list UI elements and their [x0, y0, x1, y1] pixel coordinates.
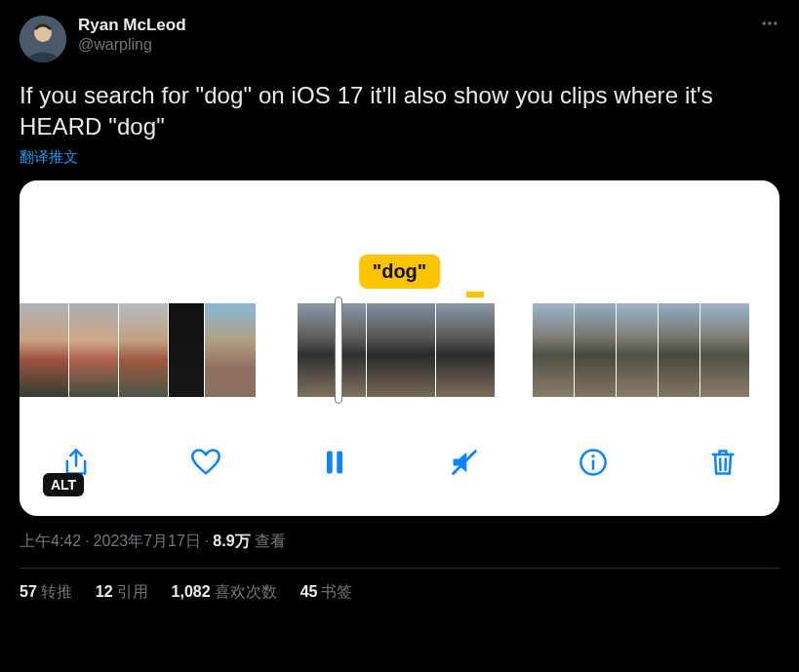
like-button[interactable]	[190, 443, 221, 482]
avatar[interactable]	[20, 16, 66, 62]
mute-button[interactable]	[449, 443, 480, 482]
timeline-gap	[496, 303, 533, 397]
timeline-gap	[257, 303, 298, 397]
media-toolbar	[20, 409, 779, 516]
views-label: 查看	[255, 533, 286, 549]
stats-row: 57转推 12引用 1,082喜欢次数 45书签	[20, 582, 779, 603]
timeline-thumbnail	[436, 303, 495, 397]
timeline-thumbnail	[69, 303, 118, 397]
tweet-text: If you search for "dog" on iOS 17 it'll …	[20, 80, 779, 142]
search-term-pill: "dog"	[359, 255, 441, 289]
timestamp[interactable]: 上午4:42	[20, 533, 81, 549]
timeline-thumbnail	[533, 303, 574, 397]
timeline-thumbnail	[367, 303, 435, 397]
alt-badge[interactable]: ALT	[43, 473, 84, 496]
timeline-thumbnail	[298, 303, 366, 397]
svg-rect-5	[327, 452, 333, 474]
timeline-thumbnail	[659, 303, 699, 397]
media-attachment[interactable]: "dog"	[20, 180, 779, 516]
tweet-header: Ryan McLeod @warpling	[20, 16, 779, 62]
timeline-thumbnail	[205, 303, 256, 397]
svg-point-4	[774, 21, 777, 24]
marker-tick	[466, 292, 484, 297]
views-count[interactable]: 8.9万	[213, 533, 250, 549]
timeline-thumbnail	[169, 303, 204, 397]
user-info[interactable]: Ryan McLeod @warpling	[78, 16, 186, 55]
timeline-thumbnail	[20, 303, 68, 397]
divider	[20, 568, 779, 569]
retweets-stat[interactable]: 57转推	[20, 582, 72, 603]
timeline-thumbnail	[119, 303, 168, 397]
tweet-container: Ryan McLeod @warpling If you search for …	[0, 0, 799, 614]
tweet-meta: 上午4:42·2023年7月17日·8.9万 查看	[20, 532, 779, 552]
info-button[interactable]	[578, 443, 609, 482]
svg-point-10	[592, 455, 595, 457]
user-handle: @warpling	[78, 35, 186, 55]
pause-button[interactable]	[319, 443, 350, 482]
timeline-thumbnail	[617, 303, 658, 397]
translate-link[interactable]: 翻译推文	[20, 148, 78, 167]
date[interactable]: 2023年7月17日	[94, 533, 201, 549]
bookmarks-stat[interactable]: 45书签	[300, 582, 353, 603]
more-icon[interactable]	[760, 14, 779, 38]
playhead[interactable]	[336, 297, 341, 403]
likes-stat[interactable]: 1,082喜欢次数	[172, 582, 277, 603]
video-timeline[interactable]	[20, 303, 779, 397]
timeline-thumbnail	[575, 303, 616, 397]
quotes-stat[interactable]: 12引用	[96, 582, 148, 603]
display-name: Ryan McLeod	[78, 16, 186, 35]
svg-rect-6	[337, 452, 342, 474]
svg-point-3	[768, 21, 771, 24]
timeline-thumbnail	[700, 303, 749, 397]
svg-point-2	[763, 21, 766, 24]
trash-button[interactable]	[707, 443, 739, 482]
